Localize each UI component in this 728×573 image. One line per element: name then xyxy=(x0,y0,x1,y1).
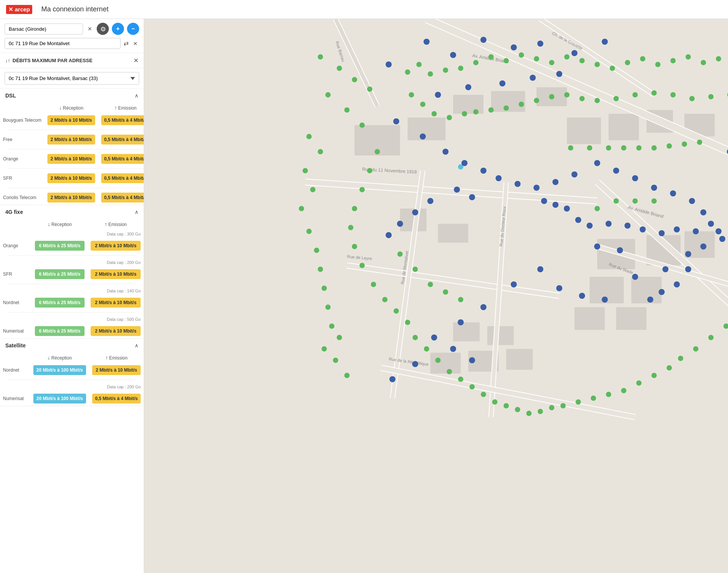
green-dot[interactable] xyxy=(481,392,486,397)
green-dot[interactable] xyxy=(382,297,388,302)
blue-dot[interactable] xyxy=(480,304,486,310)
blue-dot[interactable] xyxy=(632,274,638,280)
blue-dot[interactable] xyxy=(624,223,631,229)
green-dot[interactable] xyxy=(534,98,539,103)
blue-dot[interactable] xyxy=(719,236,725,242)
green-dot[interactable] xyxy=(337,66,342,71)
green-dot[interactable] xyxy=(375,149,380,154)
blue-dot[interactable] xyxy=(461,160,468,166)
green-dot[interactable] xyxy=(435,358,441,363)
green-dot[interactable] xyxy=(344,373,350,378)
green-dot[interactable] xyxy=(549,60,554,65)
green-dot[interactable] xyxy=(632,198,638,204)
blue-dot[interactable] xyxy=(602,39,608,45)
blue-dot[interactable] xyxy=(556,285,562,291)
green-dot[interactable] xyxy=(534,56,539,61)
green-dot[interactable] xyxy=(359,122,365,128)
green-dot[interactable] xyxy=(314,248,319,253)
blue-dot[interactable] xyxy=(602,297,608,303)
blue-dot[interactable] xyxy=(564,206,570,212)
green-dot[interactable] xyxy=(413,335,418,340)
green-dot[interactable] xyxy=(413,267,418,272)
blue-dot[interactable] xyxy=(480,37,486,43)
green-dot[interactable] xyxy=(306,134,312,139)
green-dot[interactable] xyxy=(371,282,376,287)
blue-dot[interactable] xyxy=(541,198,547,204)
green-dot[interactable] xyxy=(420,102,425,107)
blue-dot[interactable] xyxy=(670,190,676,196)
satellite-section-header[interactable]: Satellite ∧ xyxy=(0,339,144,352)
blue-dot[interactable] xyxy=(515,181,521,187)
green-dot[interactable] xyxy=(636,145,642,151)
blue-dot[interactable] xyxy=(662,266,668,272)
green-dot[interactable] xyxy=(519,102,524,107)
green-dot[interactable] xyxy=(306,229,312,234)
green-dot[interactable] xyxy=(488,54,494,60)
blue-dot[interactable] xyxy=(499,80,505,86)
clear-address-button[interactable]: ✕ xyxy=(132,41,139,47)
target-button[interactable]: ⊙ xyxy=(97,23,109,35)
green-dot[interactable] xyxy=(447,115,452,120)
green-dot[interactable] xyxy=(667,143,672,149)
green-dot[interactable] xyxy=(610,66,615,71)
blue-dot[interactable] xyxy=(571,50,577,56)
blue-dot[interactable] xyxy=(700,243,706,250)
blue-dot[interactable] xyxy=(579,293,585,299)
green-dot[interactable] xyxy=(405,69,410,75)
green-dot[interactable] xyxy=(670,92,676,97)
blue-dot[interactable] xyxy=(412,209,418,215)
green-dot[interactable] xyxy=(579,58,585,63)
green-dot[interactable] xyxy=(651,145,657,151)
green-dot[interactable] xyxy=(689,96,695,101)
green-dot[interactable] xyxy=(352,206,357,211)
green-dot[interactable] xyxy=(458,66,463,71)
green-dot[interactable] xyxy=(458,377,463,382)
green-dot[interactable] xyxy=(595,98,600,103)
blue-dot[interactable] xyxy=(647,297,653,303)
location-input[interactable] xyxy=(5,24,83,35)
blue-dot[interactable] xyxy=(537,266,543,272)
green-dot[interactable] xyxy=(716,56,721,61)
green-dot[interactable] xyxy=(473,60,479,65)
blue-dot[interactable] xyxy=(496,175,502,181)
dsl-section-header[interactable]: DSL ∧ xyxy=(0,89,144,102)
blue-dot[interactable] xyxy=(412,361,418,367)
green-dot[interactable] xyxy=(632,92,638,97)
blue-dot[interactable] xyxy=(594,243,600,250)
blue-dot[interactable] xyxy=(533,185,540,191)
green-dot[interactable] xyxy=(621,388,626,393)
green-dot[interactable] xyxy=(318,54,323,60)
green-dot[interactable] xyxy=(318,149,323,154)
green-dot[interactable] xyxy=(428,71,433,77)
green-dot[interactable] xyxy=(348,225,353,230)
green-dot[interactable] xyxy=(606,145,611,151)
blue-dot[interactable] xyxy=(420,133,426,140)
blue-dot[interactable] xyxy=(386,61,392,68)
4g-section-header[interactable]: 4G fixe ∧ xyxy=(0,205,144,219)
blue-dot[interactable] xyxy=(442,149,449,155)
green-dot[interactable] xyxy=(640,56,645,61)
green-dot[interactable] xyxy=(651,373,657,378)
green-dot[interactable] xyxy=(636,380,642,386)
blue-dot[interactable] xyxy=(552,179,559,185)
green-dot[interactable] xyxy=(428,282,433,287)
green-dot[interactable] xyxy=(504,403,509,408)
blue-dot[interactable] xyxy=(458,319,464,325)
blue-dot[interactable] xyxy=(511,281,517,287)
blue-dot[interactable] xyxy=(587,223,593,229)
address-input[interactable] xyxy=(5,38,121,49)
blue-dot[interactable] xyxy=(454,187,460,193)
green-dot[interactable] xyxy=(397,251,403,257)
green-dot[interactable] xyxy=(564,54,570,60)
green-dot[interactable] xyxy=(701,60,706,65)
green-dot[interactable] xyxy=(606,392,611,397)
green-dot[interactable] xyxy=(667,365,672,370)
green-dot[interactable] xyxy=(591,396,596,401)
blue-dot[interactable] xyxy=(393,118,399,124)
green-dot[interactable] xyxy=(504,105,509,111)
green-dot[interactable] xyxy=(595,62,600,67)
green-dot[interactable] xyxy=(625,60,630,65)
blue-dot[interactable] xyxy=(537,41,543,47)
green-dot[interactable] xyxy=(367,168,372,173)
green-dot[interactable] xyxy=(579,96,585,101)
